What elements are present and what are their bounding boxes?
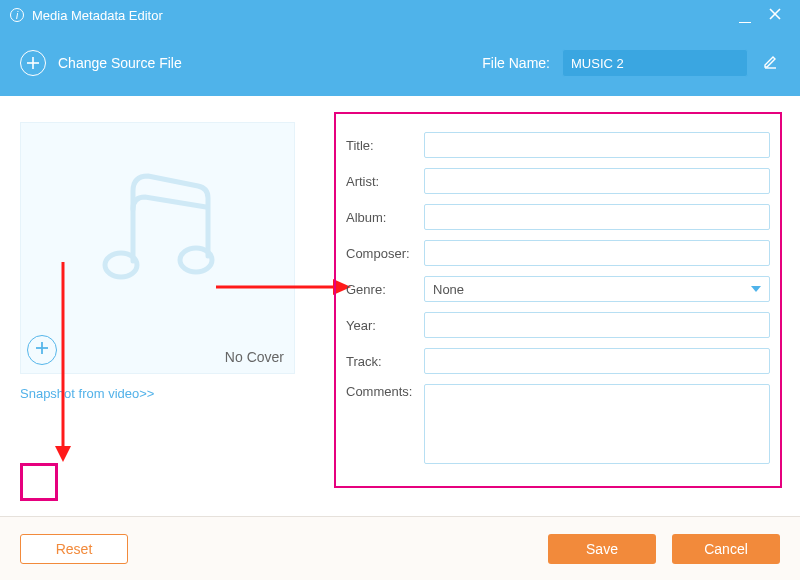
year-input[interactable]: [424, 312, 770, 338]
info-icon: i: [10, 8, 24, 22]
cover-panel: No Cover Snapshot from video>>: [16, 122, 316, 506]
music-note-icon: [83, 161, 233, 305]
comments-input[interactable]: [424, 384, 770, 464]
save-button[interactable]: Save: [548, 534, 656, 564]
album-label: Album:: [346, 210, 424, 225]
artist-label: Artist:: [346, 174, 424, 189]
body: No Cover Snapshot from video>> Title:: [0, 96, 800, 516]
plus-icon: [35, 341, 49, 359]
composer-label: Composer:: [346, 246, 424, 261]
edit-filename-button[interactable]: [762, 53, 780, 74]
annotation-highlight-add: [20, 463, 58, 501]
artist-input[interactable]: [424, 168, 770, 194]
sub-header: Change Source File File Name:: [0, 30, 800, 96]
genre-select[interactable]: None: [424, 276, 770, 302]
pencil-icon: [762, 53, 780, 74]
chevron-down-icon: [751, 286, 761, 292]
cover-preview: No Cover: [20, 122, 295, 374]
genre-value: None: [433, 282, 464, 297]
reset-button[interactable]: Reset: [20, 534, 128, 564]
window-title: Media Metadata Editor: [32, 8, 163, 23]
add-cover-button[interactable]: [27, 335, 57, 365]
comments-label: Comments:: [346, 384, 424, 399]
genre-label: Genre:: [346, 282, 424, 297]
no-cover-label: No Cover: [225, 349, 284, 365]
title-input[interactable]: [424, 132, 770, 158]
window: i Media Metadata Editor Change Source Fi…: [0, 0, 800, 580]
title-label: Title:: [346, 138, 424, 153]
metadata-form: Title: Artist: Album: Composer: Genre: N…: [334, 112, 782, 488]
close-icon: [768, 9, 782, 24]
change-source-button[interactable]: Change Source File: [58, 55, 182, 71]
minimize-icon: [739, 22, 751, 23]
svg-marker-10: [55, 446, 71, 462]
album-input[interactable]: [424, 204, 770, 230]
file-name-input[interactable]: [562, 49, 748, 77]
change-source-icon[interactable]: [20, 50, 46, 76]
year-label: Year:: [346, 318, 424, 333]
footer: Reset Save Cancel: [0, 516, 800, 580]
track-label: Track:: [346, 354, 424, 369]
minimize-button[interactable]: [730, 8, 760, 23]
cancel-button[interactable]: Cancel: [672, 534, 780, 564]
snapshot-link[interactable]: Snapshot from video>>: [20, 386, 154, 401]
close-button[interactable]: [760, 7, 790, 24]
title-bar: i Media Metadata Editor: [0, 0, 800, 30]
svg-point-5: [105, 253, 137, 277]
file-name-label: File Name:: [482, 55, 550, 71]
track-input[interactable]: [424, 348, 770, 374]
composer-input[interactable]: [424, 240, 770, 266]
svg-point-6: [180, 248, 212, 272]
